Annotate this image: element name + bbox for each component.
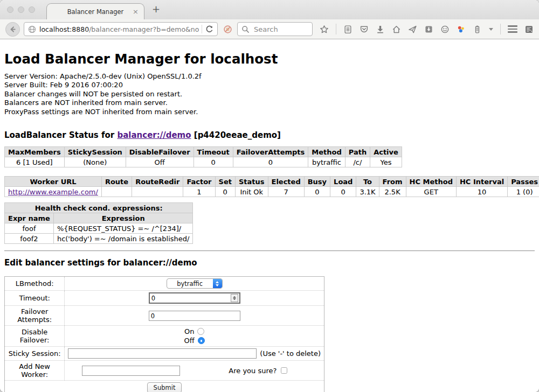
failover-attempts-input[interactable]: 0 xyxy=(149,311,240,321)
val-active: Yes xyxy=(370,157,402,167)
val-load: 0 xyxy=(330,187,356,197)
urlbar-divider xyxy=(202,25,202,33)
val-factor: 1 xyxy=(183,187,215,197)
tab-close-icon[interactable]: × xyxy=(133,8,139,15)
proxypass-note-line: ProxyPass settings are NOT inherited fro… xyxy=(4,108,535,116)
health-title-row: Health check cond. expressions: xyxy=(5,203,193,213)
navigation-toolbar: localhost:8880/balancer-manager?b=demo&n… xyxy=(0,19,539,39)
col-timeout: Timeout xyxy=(194,147,233,157)
divider-rule xyxy=(4,250,535,251)
val-busy: 0 xyxy=(304,187,330,197)
feedback-smiley-icon[interactable] xyxy=(440,25,450,34)
add-worker-input[interactable] xyxy=(82,366,180,376)
val-hc-method: GET xyxy=(406,187,456,197)
col-expression: Expression xyxy=(53,213,193,223)
timeout-value: 0 xyxy=(150,295,231,302)
val-hc-interval: 10 xyxy=(456,187,507,197)
tab-title: Balancer Manager xyxy=(67,8,124,16)
col-failoverattempts: FailoverAttempts xyxy=(233,147,308,157)
colored-dots-extension-icon[interactable] xyxy=(457,25,466,34)
failover-off-label: Off xyxy=(184,337,195,345)
minimize-window-button[interactable] xyxy=(18,6,24,13)
bookmark-star-icon[interactable] xyxy=(320,25,329,34)
toolbar-divider xyxy=(336,24,336,34)
close-window-button[interactable] xyxy=(7,6,13,13)
send-icon[interactable] xyxy=(408,25,417,34)
lbmethod-row: LBmethod: bytraffic xyxy=(5,277,324,291)
select-stepper-icon xyxy=(213,279,222,288)
col-worker-url: Worker URL xyxy=(5,177,102,187)
worker-header-row: Worker URL Route RouteRedir Factor Set S… xyxy=(5,177,539,187)
search-bar[interactable] xyxy=(237,22,313,36)
window-controls xyxy=(7,6,35,13)
worker-url-link[interactable]: http://www.example.com/ xyxy=(8,188,98,196)
disable-failover-row: Disable Failover: On Off xyxy=(5,326,324,347)
are-you-sure-label: Are you sure? xyxy=(229,367,277,375)
tab-balancer-manager[interactable]: Balancer Manager × xyxy=(46,3,144,19)
pocket-icon[interactable] xyxy=(360,25,369,34)
sticky-session-input[interactable] xyxy=(68,348,257,359)
col-disablefailover: DisableFailover xyxy=(126,147,194,157)
failover-off-radio[interactable] xyxy=(198,337,205,344)
search-icon xyxy=(241,25,250,34)
col-load: Load xyxy=(330,177,356,187)
balancer-header-row: MaxMembers StickySession DisableFailover… xyxy=(5,147,402,157)
col-maxmembers: MaxMembers xyxy=(5,147,65,157)
col-set: Set xyxy=(215,177,235,187)
val-timeout: 0 xyxy=(194,157,233,167)
address-text[interactable]: localhost:8880/balancer-manager?b=demo&n… xyxy=(39,25,199,33)
col-active: Active xyxy=(370,147,402,157)
zoom-window-button[interactable] xyxy=(29,6,35,13)
back-button[interactable] xyxy=(5,22,20,37)
number-spinner-icon[interactable] xyxy=(231,294,238,302)
failover-on-label: On xyxy=(184,327,194,335)
server-info: Server Version: Apache/2.5.0-dev (Unix) … xyxy=(4,72,535,116)
home-icon[interactable] xyxy=(392,25,401,34)
timeout-input[interactable]: 0 xyxy=(149,292,240,304)
url-bar[interactable]: localhost:8880/balancer-manager?b=demo&n… xyxy=(24,22,218,36)
lbmethod-select[interactable]: bytraffic xyxy=(167,278,223,289)
sticky-session-row: Sticky Session: (Use '-' to delete) xyxy=(5,347,324,361)
submit-button[interactable]: Submit xyxy=(147,382,182,392)
toolbar-icons xyxy=(320,24,534,34)
edit-balancer-form: LBmethod: bytraffic Timeout: 0 xyxy=(4,276,324,392)
col-stickysession: StickySession xyxy=(64,147,126,157)
are-you-sure-checkbox[interactable] xyxy=(281,367,287,374)
grid-extension-icon[interactable] xyxy=(524,25,534,34)
val-path: /c/ xyxy=(345,157,370,167)
health-check-table: Health check cond. expressions: Expr nam… xyxy=(4,202,193,244)
worker-data-row: http://www.example.com/ 1 0 Init Ok 7 0 … xyxy=(5,187,539,197)
health-row-foof: foof %{REQUEST_STATUS} =~ /^[234]/ xyxy=(5,223,193,234)
failover-on-radio[interactable] xyxy=(197,328,204,335)
reading-list-icon[interactable] xyxy=(343,25,353,34)
expr-value-foof2: hc('body') =~ /domain is established/ xyxy=(53,234,193,244)
battery-extension-icon[interactable] xyxy=(473,25,482,34)
browser-window: Balancer Manager × + localhost:8880/bala… xyxy=(0,0,539,392)
downloads-icon[interactable] xyxy=(376,25,385,34)
val-maxmembers: 6 [1 Used] xyxy=(5,157,65,167)
chevron-down-icon[interactable] xyxy=(489,28,493,31)
menu-button[interactable] xyxy=(508,25,517,33)
failover-attempts-row: Failover Attempts: 0 xyxy=(5,306,324,326)
page-content: Load Balancer Manager for localhost Serv… xyxy=(0,39,539,392)
val-stickysession: (None) xyxy=(64,157,126,167)
new-tab-button[interactable]: + xyxy=(152,3,160,15)
col-hc-interval: HC Interval xyxy=(456,177,507,187)
tab-bar: Balancer Manager × + xyxy=(0,0,539,19)
edit-settings-heading: Edit balancer settings for balancer://de… xyxy=(4,258,535,268)
panel-download-icon[interactable] xyxy=(424,25,433,34)
content-blocker-button[interactable] xyxy=(222,25,233,34)
reload-icon[interactable] xyxy=(205,25,214,34)
status-heading-suffix: [p4420eeae_demo] xyxy=(194,130,281,140)
blocked-icon xyxy=(223,25,232,34)
expr-name-foof: foof xyxy=(5,223,54,234)
val-from: 2.5K xyxy=(379,187,406,197)
val-failoverattempts: 0 xyxy=(233,157,308,167)
toolbar-divider-2 xyxy=(500,24,501,34)
search-input[interactable] xyxy=(253,25,301,34)
balancer-demo-link[interactable]: balancer://demo xyxy=(117,130,191,140)
col-routeredir: RouteRedir xyxy=(132,177,183,187)
health-header-row: Expr name Expression xyxy=(5,213,193,223)
health-row-foof2: foof2 hc('body') =~ /domain is establish… xyxy=(5,234,193,244)
expr-name-foof2: foof2 xyxy=(5,234,54,244)
